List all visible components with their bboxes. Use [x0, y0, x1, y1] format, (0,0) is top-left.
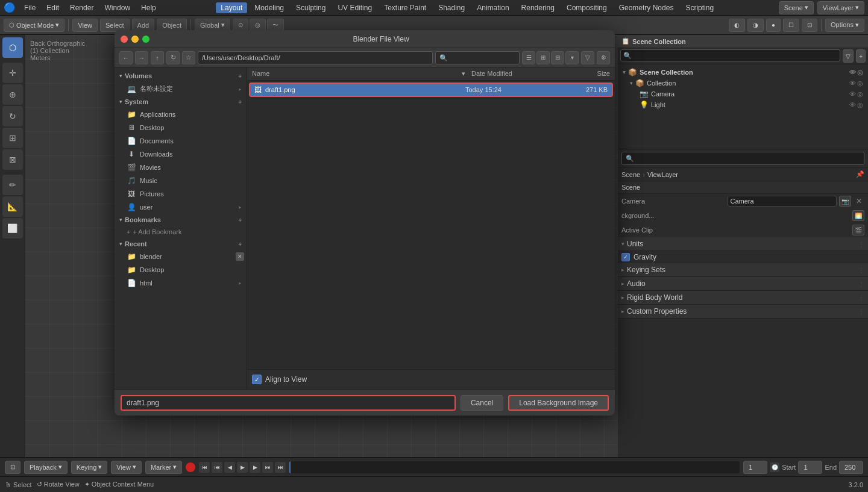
view-icon-btn[interactable]: ⊟ — [551, 51, 564, 64]
nav-sys-icon-1: 🖥 — [127, 123, 136, 132]
file-list-header: Name ▾ Date Modified Size — [247, 67, 615, 81]
system-arrow: ▾ — [119, 99, 122, 105]
align-to-view-checkbox[interactable]: ✓ — [252, 375, 262, 384]
bookmarks-add: + — [238, 217, 242, 223]
nav-refresh-btn[interactable]: ↻ — [166, 51, 180, 64]
nav-sys-icon-6: 🖼 — [127, 190, 136, 198]
nav-recent-expand-2: ▸ — [239, 280, 242, 286]
nav-system-documents[interactable]: 📄 Documents — [115, 134, 247, 148]
file-dialog: Blender File View ← → ↑ ↻ ☆ ☰ ⊞ ⊟ ▾ ▽ ⚙ — [115, 30, 615, 416]
nav-sys-user-expand: ▸ — [239, 204, 242, 210]
nav-sys-label-6: Pictures — [140, 190, 164, 198]
nav-recent-icon-2: 📄 — [127, 279, 136, 287]
col-date: Date Modified — [471, 70, 562, 78]
nav-system-desktop[interactable]: 🖥 Desktop — [115, 121, 247, 134]
file-icon-0: 🖼 — [254, 86, 262, 94]
nav-sys-icon-3: ⬇ — [127, 150, 136, 158]
nav-recent-icon-0: 📁 — [127, 252, 136, 261]
nav-vol-arrow-0: ▸ — [239, 86, 242, 92]
nav-sys-label-3: Downloads — [140, 151, 172, 158]
nav-sys-icon-5: 🎵 — [127, 176, 136, 185]
nav-sys-label-7: user — [140, 204, 153, 211]
volumes-label: Volumes — [125, 72, 152, 79]
path-input[interactable] — [198, 51, 433, 64]
nav-system-pictures[interactable]: 🖼 Pictures — [115, 187, 247, 201]
bookmarks-label: Bookmarks — [125, 216, 161, 223]
nav-sys-label-2: Documents — [140, 137, 174, 145]
nav-system-movies[interactable]: 🎬 Movies — [115, 161, 247, 174]
cancel-button[interactable]: Cancel — [461, 395, 503, 411]
nav-recent-close-0[interactable]: ✕ — [236, 252, 244, 261]
load-background-image-button[interactable]: Load Background Image — [508, 395, 609, 411]
col-name-sort-icon: ▾ — [462, 70, 471, 78]
nav-recent-item-2[interactable]: 📄 html ▸ — [115, 276, 247, 290]
recent-add: + — [238, 241, 242, 248]
dialog-title: Blender File View — [153, 35, 609, 43]
file-date-0: Today 15:24 — [465, 86, 556, 93]
settings-btn[interactable]: ⚙ — [597, 51, 610, 64]
system-label: System — [125, 98, 148, 105]
file-list: 🖼 draft1.png Today 15:24 271 KB — [247, 81, 615, 369]
add-bookmark-label: + Add Bookmark — [133, 228, 181, 235]
dialog-overlay: Blender File View ← → ↑ ↻ ☆ ☰ ⊞ ⊟ ▾ ▽ ⚙ — [0, 0, 868, 492]
nav-volumes-header[interactable]: ▾ Volumes + — [115, 70, 247, 82]
align-to-view-container: ✓ Align to View — [247, 369, 615, 389]
view-dropdown-btn[interactable]: ▾ — [565, 51, 579, 64]
filter-btn[interactable]: ▽ — [581, 51, 594, 64]
dialog-titlebar: Blender File View — [115, 30, 615, 48]
align-to-view-label: Align to View — [265, 375, 307, 384]
dialog-minimize-btn[interactable] — [131, 36, 139, 43]
nav-sys-label-5: Music — [140, 177, 157, 184]
filename-input[interactable] — [121, 395, 456, 411]
recent-arrow: ▾ — [119, 241, 122, 247]
file-item-draft1[interactable]: 🖼 draft1.png Today 15:24 271 KB — [250, 83, 612, 96]
nav-system-downloads[interactable]: ⬇ Downloads — [115, 148, 247, 161]
nav-add-bookmark-btn[interactable]: + + Add Bookmark — [115, 226, 247, 238]
nav-forward-btn[interactable]: → — [135, 51, 148, 64]
nav-recent-label-1: Desktop — [140, 266, 164, 273]
nav-recent-label-0: blender — [140, 253, 162, 260]
col-size: Size — [562, 70, 610, 78]
volumes-add: + — [238, 73, 242, 79]
nav-vol-label-0: 名称未設定 — [140, 84, 173, 93]
nav-sys-icon-7: 👤 — [127, 203, 136, 211]
nav-bookmark-btn[interactable]: ☆ — [182, 51, 195, 64]
file-size-0: 271 KB — [559, 86, 608, 93]
nav-sys-label-1: Desktop — [140, 124, 164, 131]
nav-system-user[interactable]: 👤 user ▸ — [115, 201, 247, 214]
dialog-maximize-btn[interactable] — [142, 36, 149, 43]
view-buttons: ☰ ⊞ ⊟ ▾ — [522, 51, 579, 64]
nav-sys-label-0: Applications — [140, 111, 175, 118]
col-name: Name — [252, 70, 462, 78]
dialog-footer: Cancel Load Background Image — [115, 389, 615, 416]
nav-sys-icon-0: 📁 — [127, 110, 136, 119]
nav-recent-item-1[interactable]: 📁 Desktop — [115, 263, 247, 276]
nav-back-btn[interactable]: ← — [119, 51, 133, 64]
nav-bookmarks-header[interactable]: ▾ Bookmarks + — [115, 214, 247, 226]
dialog-close-btn[interactable] — [121, 36, 128, 43]
add-bookmark-icon: + — [127, 228, 130, 235]
nav-sys-label-4: Movies — [140, 164, 161, 171]
nav-system-music[interactable]: 🎵 Music — [115, 174, 247, 187]
nav-recent-item-0[interactable]: 📁 blender ✕ — [115, 250, 247, 263]
dialog-files: Name ▾ Date Modified Size 🖼 draft1.png T… — [247, 67, 615, 389]
nav-up-btn[interactable]: ↑ — [151, 51, 164, 64]
dialog-body: ▾ Volumes + 💻 名称未設定 ▸ ▾ System + 📁 — [115, 67, 615, 389]
volumes-arrow: ▾ — [119, 73, 122, 79]
nav-recent-label-2: html — [140, 279, 153, 287]
dialog-nav: ▾ Volumes + 💻 名称未設定 ▸ ▾ System + 📁 — [115, 67, 247, 389]
nav-system-applications[interactable]: 📁 Applications — [115, 108, 247, 121]
search-input[interactable] — [435, 51, 520, 64]
nav-volumes-item-0[interactable]: 💻 名称未設定 ▸ — [115, 82, 247, 96]
view-list-btn[interactable]: ☰ — [522, 51, 535, 64]
view-grid-btn[interactable]: ⊞ — [536, 51, 550, 64]
system-add: + — [238, 99, 242, 105]
dialog-toolbar: ← → ↑ ↻ ☆ ☰ ⊞ ⊟ ▾ ▽ ⚙ — [115, 48, 615, 67]
nav-sys-icon-4: 🎬 — [127, 163, 136, 172]
nav-system-header[interactable]: ▾ System + — [115, 96, 247, 108]
nav-vol-icon-0: 💻 — [127, 85, 136, 93]
nav-sys-icon-2: 📄 — [127, 137, 136, 145]
nav-recent-header[interactable]: ▾ Recent + — [115, 238, 247, 250]
bookmarks-arrow: ▾ — [119, 217, 122, 223]
recent-label: Recent — [125, 240, 147, 248]
